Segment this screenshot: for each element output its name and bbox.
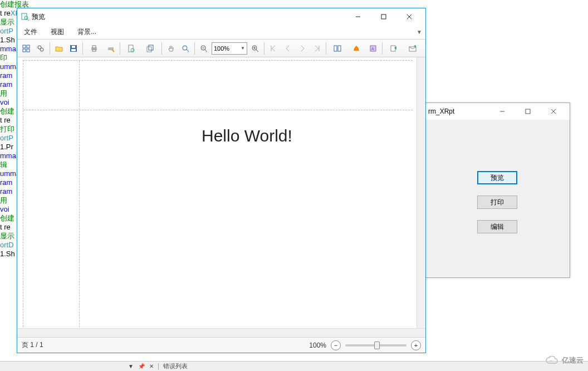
cloud-icon: ∞ [545,356,560,365]
svg-text:A: A [371,47,374,51]
svg-text:∞: ∞ [550,359,552,363]
next-page-icon[interactable] [296,42,309,55]
edit-button[interactable]: 编辑 [477,220,517,233]
zoom-out-button[interactable]: − [331,340,341,350]
svg-rect-8 [381,14,386,19]
close-icon[interactable]: ✕ [149,363,154,369]
print-icon[interactable] [85,42,103,55]
export-icon[interactable] [385,42,403,55]
maximize-button[interactable] [515,103,541,120]
svg-rect-40 [338,46,341,51]
zoom-in-button[interactable]: + [411,340,421,350]
svg-rect-19 [72,46,75,48]
svg-rect-1 [526,109,530,114]
multipage-icon[interactable] [329,42,346,55]
send-icon[interactable] [404,42,422,55]
menu-view[interactable]: 视图 [47,26,67,38]
magnifier-icon[interactable] [179,42,192,55]
svg-line-32 [205,50,207,52]
document-area: Hello World! [17,57,425,328]
preview-titlebar[interactable]: 预览 [17,8,425,25]
zoom-in-icon[interactable] [248,42,262,55]
svg-point-16 [40,48,43,51]
horizontal-scrollbar[interactable] [17,328,425,337]
zoom-slider[interactable] [345,344,406,346]
zoom-indicator: 100% [309,341,326,349]
preview-window: 预览 文件 视图 背景... ▼ 100% [17,8,426,353]
document-viewport[interactable]: Hello World! [17,57,416,328]
pin-icon[interactable]: 📌 [138,363,145,369]
statusbar: 页 1 / 1 100% − + [17,337,425,353]
document-content: Hello World! [202,126,292,145]
svg-rect-26 [147,47,151,52]
last-page-icon[interactable] [310,42,324,55]
svg-line-29 [187,50,189,52]
svg-rect-12 [27,45,30,48]
svg-rect-43 [391,46,395,51]
quick-print-icon[interactable] [104,42,117,55]
svg-line-36 [256,50,258,52]
zoom-out-icon[interactable] [197,42,210,55]
svg-rect-11 [23,45,26,48]
open-icon[interactable] [52,42,66,55]
page: Hello World! [23,60,413,328]
color-icon[interactable] [347,42,365,55]
close-button[interactable] [396,8,422,25]
print-button[interactable]: 打印 [477,196,517,209]
form-window: rm_XRpt 预览 打印 编辑 [424,102,570,278]
page-indicator: 页 1 / 1 [22,340,43,350]
toolbar: 100% A [17,40,425,57]
hand-tool-icon[interactable] [164,42,178,55]
svg-rect-14 [27,49,30,52]
svg-rect-13 [23,49,26,52]
form-titlebar[interactable]: rm_XRpt [425,103,570,120]
preview-button[interactable]: 预览 [477,171,517,184]
preview-title: 预览 [32,12,345,22]
maximize-button[interactable] [371,8,396,25]
svg-line-6 [27,19,29,21]
svg-rect-22 [92,50,96,51]
thumbnails-icon[interactable] [19,42,33,55]
close-button[interactable] [541,103,566,120]
vertical-scrollbar[interactable] [416,57,425,328]
save-icon[interactable] [67,42,80,55]
ide-bottom-panel: ▼ 📌 ✕ 错误列表 [0,361,588,371]
menubar: 文件 视图 背景... ▼ [17,25,425,40]
svg-rect-21 [92,46,96,48]
minimize-button[interactable] [489,103,515,120]
first-page-icon[interactable] [267,42,280,55]
zoom-combo[interactable]: 100% [212,42,247,55]
app-icon [21,12,30,21]
menu-overflow[interactable]: ▼ [416,29,422,35]
page-setup-icon[interactable] [122,42,140,55]
form-body: 预览 打印 编辑 [425,120,570,277]
error-list-tab[interactable]: 错误列表 [163,362,188,370]
prev-page-icon[interactable] [281,42,295,55]
svg-rect-18 [71,49,76,51]
svg-point-28 [183,46,187,50]
find-icon[interactable] [34,42,47,55]
scale-icon[interactable] [141,42,159,55]
menu-file[interactable]: 文件 [21,26,41,38]
menu-background[interactable]: 背景... [74,26,100,38]
svg-rect-39 [334,46,337,51]
zoom-value: 100% [214,45,229,52]
watermark-icon[interactable]: A [366,42,380,55]
watermark-text: 亿速云 [562,355,584,365]
zoom-slider-thumb[interactable] [374,341,380,349]
minimize-button[interactable] [345,8,371,25]
brand-watermark: ∞ 亿速云 [545,355,584,365]
form-title: rm_XRpt [428,108,489,115]
dropdown-icon[interactable]: ▼ [128,363,134,369]
